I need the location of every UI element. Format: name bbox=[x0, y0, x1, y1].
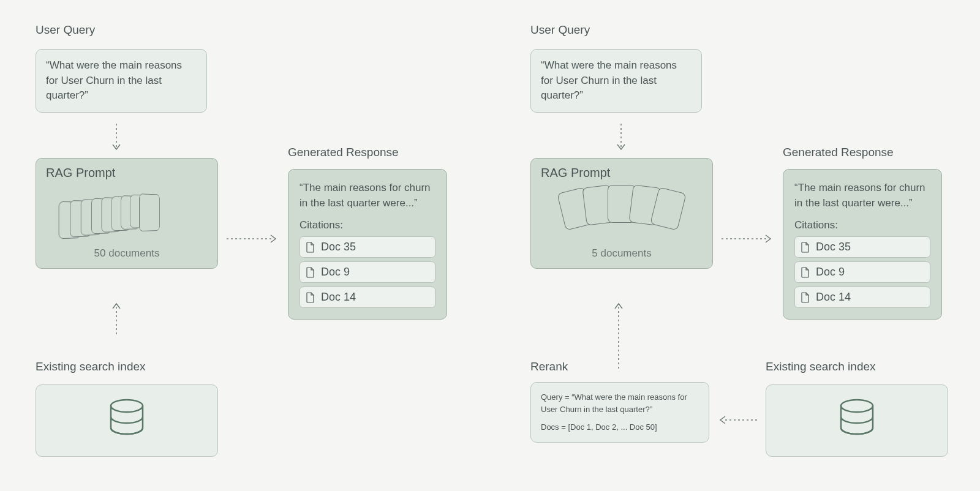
database-icon bbox=[839, 399, 875, 443]
arrow-down-icon bbox=[110, 124, 123, 153]
document-icon bbox=[801, 267, 810, 278]
document-fan-icon bbox=[541, 186, 703, 241]
citation-text: Doc 14 bbox=[816, 291, 851, 304]
arrow-right-icon bbox=[722, 233, 774, 245]
rerank-docs-text: Docs = [Doc 1, Doc 2, ... Doc 50] bbox=[541, 421, 699, 433]
rag-prompt-box-left: RAG Prompt 50 documents bbox=[36, 158, 218, 269]
document-stack-icon bbox=[59, 184, 173, 242]
citation-text: Doc 35 bbox=[321, 241, 356, 253]
response-text-left: “The main reasons for churn in the last … bbox=[300, 181, 435, 211]
user-query-box-left: “What were the main reasons for User Chu… bbox=[36, 49, 207, 113]
citations-label-left: Citations: bbox=[300, 219, 435, 231]
user-query-label-right: User Query bbox=[530, 23, 590, 37]
document-icon bbox=[801, 292, 810, 303]
citation-item: Doc 35 bbox=[794, 236, 930, 258]
user-query-text-left: “What were the main reasons for User Chu… bbox=[46, 59, 182, 101]
doc-count-left: 50 documents bbox=[46, 247, 208, 260]
search-index-box-left bbox=[36, 384, 218, 457]
document-icon bbox=[306, 267, 315, 278]
existing-index-label-right: Existing search index bbox=[766, 360, 876, 373]
rerank-box: Query = “What were the main reasons for … bbox=[530, 382, 709, 443]
existing-index-label-left: Existing search index bbox=[36, 360, 146, 373]
doc-count-right: 5 documents bbox=[541, 247, 703, 260]
rag-prompt-box-right: RAG Prompt 5 documents bbox=[530, 158, 713, 269]
user-query-label-left: User Query bbox=[36, 23, 95, 37]
citation-text: Doc 35 bbox=[816, 241, 851, 253]
arrow-up-icon bbox=[612, 300, 625, 371]
arrow-down-icon bbox=[615, 124, 627, 153]
citation-item: Doc 9 bbox=[794, 261, 930, 283]
citation-text: Doc 14 bbox=[321, 291, 356, 304]
citation-item: Doc 35 bbox=[300, 236, 435, 258]
citation-item: Doc 9 bbox=[300, 261, 435, 283]
citation-item: Doc 14 bbox=[794, 287, 930, 308]
database-icon bbox=[108, 399, 145, 443]
citation-item: Doc 14 bbox=[300, 287, 435, 308]
rag-prompt-label-left: RAG Prompt bbox=[46, 166, 208, 180]
arrow-right-icon bbox=[227, 233, 279, 245]
arrow-left-icon bbox=[717, 414, 760, 426]
rerank-query-text: Query = “What were the main reasons for … bbox=[541, 391, 699, 415]
generated-response-box-right: “The main reasons for churn in the last … bbox=[783, 169, 942, 320]
citation-text: Doc 9 bbox=[816, 266, 845, 279]
citation-text: Doc 9 bbox=[321, 266, 350, 279]
citations-label-right: Citations: bbox=[794, 219, 930, 231]
user-query-text-right: “What were the main reasons for User Chu… bbox=[541, 59, 677, 101]
document-icon bbox=[306, 292, 315, 303]
document-icon bbox=[306, 242, 315, 253]
rag-prompt-label-right: RAG Prompt bbox=[541, 166, 703, 180]
search-index-box-right bbox=[766, 384, 948, 457]
generated-response-label-left: Generated Response bbox=[288, 146, 399, 159]
arrow-up-icon bbox=[110, 300, 123, 337]
generated-response-box-left: “The main reasons for churn in the last … bbox=[288, 169, 447, 320]
svg-point-3 bbox=[111, 400, 143, 412]
user-query-box-right: “What were the main reasons for User Chu… bbox=[530, 49, 702, 113]
svg-point-8 bbox=[841, 400, 873, 412]
generated-response-label-right: Generated Response bbox=[783, 146, 894, 159]
document-icon bbox=[801, 242, 810, 253]
rerank-label: Rerank bbox=[530, 360, 568, 373]
response-text-right: “The main reasons for churn in the last … bbox=[794, 181, 930, 211]
